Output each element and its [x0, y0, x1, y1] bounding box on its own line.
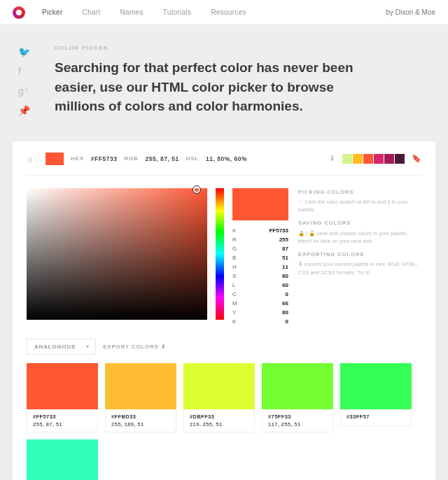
readout-hex: FF5733 [269, 227, 288, 234]
hero-headline: Searching for that perfect color has nev… [55, 58, 356, 116]
nav-resources[interactable]: Resources [211, 8, 246, 16]
help-exporting-desc: ⬇ exports your current palette in Hex, R… [298, 260, 421, 276]
gplus-icon[interactable]: g⁺ [18, 85, 30, 97]
help-picking-desc: ← Click the color swatch at left to add … [298, 198, 421, 214]
swatch-hex: #33FF57 [346, 414, 405, 420]
color-readout: #FF5733 R255 G87 B51 H11 S80 L60 C0 M66 … [232, 188, 288, 326]
help-saving-desc: 🔒 / 🔓 save and unsave colors in your pal… [298, 230, 421, 246]
readout-c: 0 [286, 291, 288, 297]
hsl-value: 11, 80%, 60% [206, 155, 247, 162]
info-toolbar: ⫼ HEX #FF5733 RGB 255, 87, 51 HSL 11, 80… [27, 153, 421, 176]
readout-y-label: Y [232, 309, 236, 316]
current-swatch[interactable] [46, 153, 64, 165]
save-icon[interactable]: 🔖 [412, 154, 421, 163]
swatch-hex: #FF5733 [33, 414, 92, 420]
download-icon[interactable]: ⬇ [329, 154, 335, 163]
logo-icon[interactable] [13, 6, 25, 19]
swatch-color[interactable] [262, 363, 333, 409]
readout-k-label: K [232, 318, 236, 325]
hero-eyebrow: COLOR PICKER [55, 45, 409, 51]
readout-r-label: R [232, 237, 237, 243]
palette-strip[interactable] [342, 154, 405, 164]
readout-g: 87 [282, 246, 288, 252]
nav-names[interactable]: Names [120, 8, 144, 16]
pinterest-icon[interactable]: 📌 [18, 105, 30, 116]
nav-chart[interactable]: Chart [83, 8, 101, 16]
swatch-rgb: 255, 87, 51 [33, 421, 92, 428]
harmony-controls: ANALOGOUS EXPORT COLORS ⬇ [27, 339, 421, 355]
swatch-meta: #DBFF33219, 255, 51 [183, 409, 255, 432]
hex-value: #FF5733 [91, 155, 118, 162]
swatch-hex: #75FF33 [268, 414, 327, 420]
swatch-rgb: 117, 255, 51 [268, 421, 327, 428]
saturation-value-field[interactable] [27, 188, 207, 320]
main-nav: Picker Chart Names Tutorials Resources [42, 8, 386, 16]
hex-label: HEX [71, 155, 84, 162]
swatch-color[interactable] [27, 363, 98, 409]
harmony-swatch[interactable]: #75FF33117, 255, 51 [262, 363, 333, 432]
help-exporting-title: EXPORTING COLORS [298, 250, 421, 258]
readout-l-label: L [232, 282, 235, 288]
rgb-value: 255, 87, 51 [146, 155, 179, 162]
harmony-swatch[interactable]: #33FFBD [27, 439, 98, 480]
palette-chip[interactable] [363, 154, 373, 164]
swatch-color[interactable] [340, 363, 412, 409]
swatch-color[interactable] [183, 363, 255, 409]
stats-icon[interactable]: ⫼ [27, 155, 34, 163]
palette-chip[interactable] [384, 154, 394, 164]
readout-g-label: G [232, 246, 237, 252]
readout-b: 51 [282, 255, 288, 261]
hue-slider[interactable] [216, 188, 224, 320]
twitter-icon[interactable]: 🐦 [18, 46, 30, 57]
harmony-swatch[interactable]: #FFBD33255, 189, 51 [105, 363, 176, 432]
picker-panel: ⫼ HEX #FF5733 RGB 255, 87, 51 HSL 11, 80… [13, 141, 435, 480]
swatch-rgb: 255, 189, 51 [111, 421, 170, 428]
help-text: PICKING COLORS ← Click the color swatch … [298, 188, 421, 326]
harmony-swatch[interactable]: #FF5733255, 87, 51 [27, 363, 98, 432]
readout-y: 80 [282, 309, 288, 316]
palette-chip[interactable] [395, 154, 405, 164]
readout-s-label: S [232, 273, 236, 279]
swatch-hex: #DBFF33 [190, 414, 248, 420]
export-label: EXPORT COLORS [103, 344, 159, 350]
rgb-label: RGB [124, 155, 138, 162]
swatch-meta: #FFBD33255, 189, 51 [105, 409, 176, 432]
credit-text: by Dixon & Moe [386, 8, 435, 16]
facebook-icon[interactable]: f [18, 66, 30, 77]
readout-m-label: M [232, 300, 237, 306]
readout-s: 80 [282, 273, 288, 279]
readout-m: 66 [282, 300, 288, 306]
readout-c-label: C [232, 291, 237, 297]
hash-label: # [232, 227, 235, 234]
readout-h-label: H [232, 264, 237, 270]
export-button[interactable]: EXPORT COLORS ⬇ [103, 344, 167, 350]
readout-r: 255 [279, 237, 288, 243]
nav-tutorials[interactable]: Tutorials [163, 8, 192, 16]
swatch-meta: #75FF33117, 255, 51 [262, 409, 333, 432]
swatch-color[interactable] [105, 363, 176, 409]
palette-chip[interactable] [374, 154, 384, 164]
harmony-swatch[interactable]: #DBFF33219, 255, 51 [183, 363, 255, 432]
picker-cursor[interactable] [193, 186, 200, 193]
swatch-rgb: 219, 255, 51 [190, 421, 248, 428]
readout-swatch[interactable] [232, 188, 288, 220]
readout-h: 11 [282, 264, 288, 270]
swatch-meta: #33FF57 [340, 409, 412, 426]
harmony-select[interactable]: ANALOGOUS [27, 339, 96, 355]
top-navbar: Picker Chart Names Tutorials Resources b… [0, 0, 448, 25]
readout-l: 60 [282, 282, 288, 288]
harmony-swatches: #FF5733255, 87, 51#FFBD33255, 189, 51#DB… [27, 363, 421, 480]
hero: 🐦 f g⁺ 📌 COLOR PICKER Searching for that… [0, 25, 448, 141]
swatch-meta: #FF5733255, 87, 51 [27, 409, 98, 432]
swatch-hex: #FFBD33 [111, 414, 170, 420]
readout-k: 0 [286, 318, 288, 325]
hsl-label: HSL [186, 155, 199, 162]
nav-picker[interactable]: Picker [42, 8, 63, 16]
readout-b-label: B [232, 255, 236, 261]
swatch-color[interactable] [27, 439, 98, 480]
harmony-swatch[interactable]: #33FF57 [340, 363, 412, 432]
palette-chip[interactable] [353, 154, 363, 164]
help-saving-title: SAVING COLORS [298, 219, 421, 227]
help-picking-title: PICKING COLORS [298, 188, 421, 196]
palette-chip[interactable] [342, 154, 352, 164]
